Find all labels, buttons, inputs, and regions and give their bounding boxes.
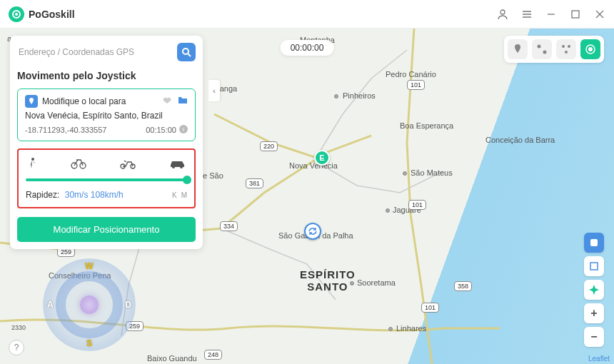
car-icon[interactable] xyxy=(168,158,187,171)
map-label: Boa Esperança xyxy=(400,121,453,130)
route-badge: 101 xyxy=(408,200,426,210)
collapse-panel-button[interactable]: ‹ xyxy=(208,80,220,101)
joystick-w: W xyxy=(85,261,93,271)
svg-rect-26 xyxy=(590,239,598,246)
map-label: e São xyxy=(203,171,223,180)
locate-button[interactable] xyxy=(584,280,604,300)
unit-k[interactable]: K xyxy=(172,191,177,199)
map-controls: + − xyxy=(584,233,604,347)
speed-label: Rapidez: xyxy=(26,190,59,200)
map-label: Baixo Guandu xyxy=(147,354,197,363)
speed-value: 30m/s 108km/h xyxy=(65,190,124,200)
svg-point-14 xyxy=(565,51,568,54)
walk-icon[interactable] xyxy=(26,157,39,173)
svg-rect-7 xyxy=(572,11,579,18)
city-dot xyxy=(334,94,338,98)
speed-slider[interactable] xyxy=(26,178,187,181)
city-dot xyxy=(403,171,407,176)
svg-point-2 xyxy=(500,10,505,14)
timer-display: 00:00:00 xyxy=(281,40,334,56)
joystick-thumb[interactable] xyxy=(80,295,99,314)
app-logo: PoGoskill xyxy=(9,6,75,22)
map-scale: 2330 xyxy=(11,324,26,331)
route-badge: 334 xyxy=(220,221,238,231)
layers-button[interactable] xyxy=(584,233,604,253)
zoom-out-button[interactable]: − xyxy=(584,327,604,347)
city-dot xyxy=(388,327,393,331)
svg-point-11 xyxy=(543,51,547,54)
info-icon[interactable]: i xyxy=(179,125,188,135)
map-label: Nova Venecia xyxy=(289,161,338,170)
help-button[interactable]: ? xyxy=(9,340,24,355)
svg-point-13 xyxy=(568,45,570,48)
joystick[interactable]: W S A D xyxy=(43,258,136,351)
search-button[interactable] xyxy=(177,43,196,61)
mode-teleport[interactable] xyxy=(508,39,528,59)
modify-location-label: Modifique o local para xyxy=(42,96,158,106)
location-marker-e[interactable]: E xyxy=(314,150,330,166)
city-dot xyxy=(386,208,390,213)
titlebar: PoGoskill xyxy=(0,0,614,29)
unit-m[interactable]: M xyxy=(181,191,187,199)
location-name: Nova Venécia, Espírito Santo, Brazil xyxy=(25,111,188,121)
control-panel: Movimento pelo Joystick Modifique o loca… xyxy=(10,36,203,249)
joystick-s: S xyxy=(86,338,92,348)
close-button[interactable] xyxy=(594,9,605,20)
logo-icon xyxy=(9,6,24,22)
route-badge: 220 xyxy=(260,141,278,151)
route-badge: 101 xyxy=(421,303,439,313)
speed-slider-thumb[interactable] xyxy=(183,176,191,184)
folder-icon[interactable] xyxy=(178,95,188,108)
map-label: Sooretama xyxy=(357,278,396,287)
bike-icon[interactable] xyxy=(71,158,86,172)
app-name: PoGoskill xyxy=(29,9,75,20)
panel-title: Movimento pelo Joystick xyxy=(17,70,196,81)
map-label: Pedro Canário xyxy=(386,70,436,79)
sync-marker[interactable] xyxy=(304,223,321,240)
map-region-label: ESPÍRITOSANTO xyxy=(300,268,356,293)
joystick-d: D xyxy=(125,300,131,310)
mode-two-spot[interactable] xyxy=(532,39,552,59)
map-label: Pinheiros xyxy=(343,91,376,100)
svg-point-17 xyxy=(183,49,188,54)
map-label: ranga xyxy=(217,84,237,93)
leaflet-attribution[interactable]: Leaflet xyxy=(588,355,610,363)
map-label: Linhares xyxy=(396,324,426,333)
route-badge: 101 xyxy=(407,80,425,90)
svg-point-10 xyxy=(538,45,541,49)
speed-control-box: Rapidez: 30m/s 108km/h K M xyxy=(17,148,196,208)
search-input[interactable] xyxy=(17,43,173,61)
location-duration: 00:15:00 xyxy=(146,126,176,134)
mode-multi-spot[interactable] xyxy=(556,39,576,59)
favorite-icon[interactable] xyxy=(162,95,172,108)
svg-point-21 xyxy=(31,158,34,161)
mode-toolbar xyxy=(504,36,604,63)
svg-point-15 xyxy=(588,47,593,51)
mode-joystick[interactable] xyxy=(580,39,600,59)
svg-point-12 xyxy=(562,45,565,48)
route-badge: 358 xyxy=(454,281,472,291)
pin-icon xyxy=(25,95,38,108)
map-label: Conceição da Barra xyxy=(485,136,543,144)
modify-position-button[interactable]: Modificar Posicionamento xyxy=(17,217,196,242)
joystick-a: A xyxy=(47,300,54,310)
minimize-button[interactable] xyxy=(545,9,557,20)
route-badge: 248 xyxy=(204,350,222,360)
svg-point-1 xyxy=(15,13,18,16)
zoom-in-button[interactable]: + xyxy=(584,303,604,323)
svg-text:i: i xyxy=(183,126,184,133)
svg-rect-27 xyxy=(590,263,598,270)
map-label: São Mateus xyxy=(411,168,453,177)
motorcycle-icon[interactable] xyxy=(119,158,136,172)
account-icon[interactable] xyxy=(497,9,508,20)
route-badge: 381 xyxy=(246,178,263,188)
fullscreen-button[interactable] xyxy=(584,256,604,276)
maximize-button[interactable] xyxy=(570,9,581,20)
svg-line-18 xyxy=(188,54,191,56)
location-coords: -18.711293,-40.333557 xyxy=(25,126,106,134)
menu-icon[interactable] xyxy=(521,9,533,20)
location-card: Modifique o local para Nova Venécia, Esp… xyxy=(17,89,196,141)
